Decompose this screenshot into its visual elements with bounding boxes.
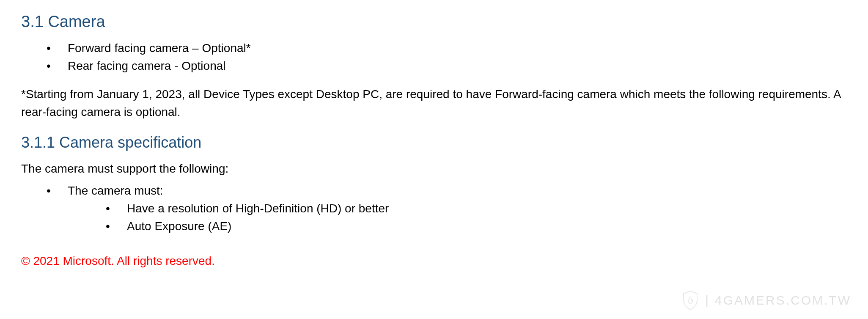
spec-nested-list: Have a resolution of High-Definition (HD… [106, 200, 847, 235]
watermark: | 4GAMERS.COM.TW [682, 290, 851, 311]
shield-flame-icon [682, 290, 699, 311]
camera-note: *Starting from January 1, 2023, all Devi… [21, 85, 847, 121]
camera-options-list: Forward facing camera – Optional* Rear f… [47, 39, 847, 75]
list-item: Auto Exposure (AE) [106, 217, 847, 235]
list-item: Have a resolution of High-Definition (HD… [106, 200, 847, 217]
list-item: Rear facing camera - Optional [47, 57, 847, 75]
list-item: The camera must: Have a resolution of Hi… [47, 182, 847, 235]
watermark-divider: | [705, 293, 709, 308]
list-item: Forward facing camera – Optional* [47, 39, 847, 57]
copyright-text: © 2021 Microsoft. All rights reserved. [21, 254, 847, 268]
spec-list: The camera must: Have a resolution of Hi… [47, 182, 847, 235]
list-item-text: The camera must: [68, 184, 163, 197]
spec-intro: The camera must support the following: [21, 160, 847, 178]
section-heading-camera-spec: 3.1.1 Camera specification [21, 134, 847, 151]
section-heading-camera: 3.1 Camera [21, 13, 847, 31]
watermark-text: 4GAMERS.COM.TW [715, 293, 851, 308]
